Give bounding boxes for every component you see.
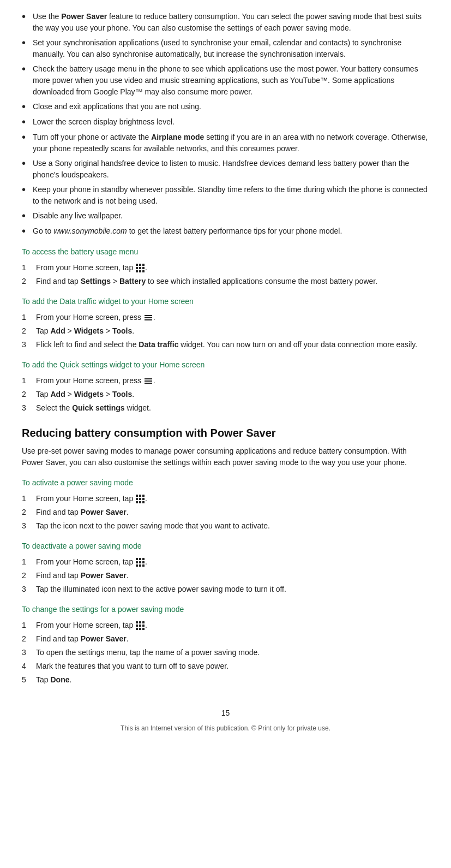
bullet-dot: • — [22, 130, 29, 144]
step-text: From your Home screen, tap . — [36, 556, 429, 568]
menu-icon — [145, 378, 152, 384]
list-item: 2Find and tap Power Saver. — [22, 507, 429, 518]
list-item: •Use a Sony original handsfree device to… — [22, 158, 429, 181]
bullet-dot: • — [22, 157, 29, 170]
big-section-intro: Use pre-set power saving modes to manage… — [22, 445, 429, 468]
grid-icon — [136, 621, 145, 630]
grid-icon — [136, 495, 145, 503]
section2-heading: To add the Data traffic widget to your H… — [22, 296, 429, 307]
step-number: 2 — [22, 276, 33, 287]
step-text: Find and tap Power Saver. — [36, 570, 429, 581]
section2-steps: 1From your Home screen, press .2Tap Add … — [22, 312, 429, 350]
step-number: 3 — [22, 520, 33, 532]
bullet-text: Turn off your phone or activate the Airp… — [33, 132, 429, 154]
list-item: •Lower the screen display brightness lev… — [22, 116, 429, 128]
section3-heading: To add the Quick settings widget to your… — [22, 359, 429, 371]
step-text: Tap the icon next to the power saving mo… — [36, 520, 429, 532]
list-item: 5Tap Done. — [22, 674, 429, 686]
list-item: 3To open the settings menu, tap the name… — [22, 647, 429, 658]
step-text: Tap Add > Widgets > Tools. — [36, 389, 429, 400]
bullet-text: Set your synchronisation applications (u… — [33, 37, 429, 60]
section5-steps: 1From your Home screen, tap .2Find and t… — [22, 556, 429, 595]
list-item: •Check the battery usage menu in the pho… — [22, 63, 429, 98]
step-number: 1 — [22, 556, 33, 568]
step-text: Find and tap Settings > Battery to see w… — [36, 276, 429, 287]
list-item: 1From your Home screen, tap . — [22, 556, 429, 568]
list-item: 1From your Home screen, tap . — [22, 493, 429, 504]
step-text: Tap Done. — [36, 674, 429, 686]
list-item: 2Find and tap Power Saver. — [22, 633, 429, 645]
bullet-text: Go to www.sonymobile.com to get the late… — [33, 225, 429, 237]
step-text: From your Home screen, tap . — [36, 262, 429, 274]
list-item: 4Mark the features that you want to turn… — [22, 661, 429, 672]
step-text: From your Home screen, tap . — [36, 620, 429, 631]
bullet-dot: • — [22, 209, 29, 222]
step-text: Select the Quick settings widget. — [36, 402, 429, 414]
bullet-dot: • — [22, 115, 29, 128]
list-item: 3Tap the icon next to the power saving m… — [22, 520, 429, 532]
step-number: 2 — [22, 507, 33, 518]
list-item: •Disable any live wallpaper. — [22, 210, 429, 222]
section5-heading: To deactivate a power saving mode — [22, 540, 429, 552]
list-item: •Close and exit applications that you ar… — [22, 101, 429, 113]
list-item: •Turn off your phone or activate the Air… — [22, 132, 429, 154]
bullet-text: Use a Sony original handsfree device to … — [33, 158, 429, 181]
bullet-text: Keep your phone in standby whenever poss… — [33, 184, 429, 207]
grid-icon — [136, 558, 145, 567]
step-number: 1 — [22, 493, 33, 504]
step-number: 5 — [22, 674, 33, 686]
step-number: 1 — [22, 620, 33, 631]
section4-steps: 1From your Home screen, tap .2Find and t… — [22, 493, 429, 532]
list-item: 2Find and tap Settings > Battery to see … — [22, 276, 429, 287]
section4-heading: To activate a power saving mode — [22, 477, 429, 489]
bullet-dot: • — [22, 183, 29, 196]
step-number: 1 — [22, 375, 33, 387]
bullet-text: Lower the screen display brightness leve… — [33, 116, 429, 128]
list-item: 3Select the Quick settings widget. — [22, 402, 429, 414]
step-number: 1 — [22, 262, 33, 274]
step-number: 3 — [22, 339, 33, 350]
step-number: 3 — [22, 402, 33, 414]
menu-icon — [145, 315, 152, 320]
section6-heading: To change the settings for a power savin… — [22, 604, 429, 615]
step-text: From your Home screen, tap . — [36, 493, 429, 504]
list-item: 1From your Home screen, press . — [22, 312, 429, 323]
bullet-list: •Use the Power Saver feature to reduce b… — [22, 11, 429, 237]
step-text: From your Home screen, press . — [36, 312, 429, 323]
list-item: 2Find and tap Power Saver. — [22, 570, 429, 581]
step-number: 3 — [22, 647, 33, 658]
step-number: 2 — [22, 633, 33, 645]
section3-steps: 1From your Home screen, press .2Tap Add … — [22, 375, 429, 414]
step-number: 2 — [22, 389, 33, 400]
page-number: 15 — [22, 708, 429, 719]
step-number: 2 — [22, 570, 33, 581]
section1-steps: 1From your Home screen, tap .2Find and t… — [22, 262, 429, 287]
step-text: Find and tap Power Saver. — [36, 507, 429, 518]
grid-icon — [136, 264, 145, 272]
bullet-dot: • — [22, 10, 29, 23]
section1-heading: To access the battery usage menu — [22, 246, 429, 258]
bullet-dot: • — [22, 100, 29, 113]
list-item: 3Flick left to find and select the Data … — [22, 339, 429, 350]
bullet-text: Use the Power Saver feature to reduce ba… — [33, 11, 429, 34]
list-item: •Set your synchronisation applications (… — [22, 37, 429, 60]
footer-text: This is an Internet version of this publ… — [22, 723, 429, 733]
list-item: •Keep your phone in standby whenever pos… — [22, 184, 429, 207]
bullet-text: Close and exit applications that you are… — [33, 101, 429, 112]
list-item: 2Tap Add > Widgets > Tools. — [22, 325, 429, 337]
list-item: 1From your Home screen, tap . — [22, 620, 429, 631]
section6-steps: 1From your Home screen, tap .2Find and t… — [22, 620, 429, 686]
step-text: Mark the features that you want to turn … — [36, 661, 429, 672]
bullet-text: Disable any live wallpaper. — [33, 210, 429, 222]
list-item: 3Tap the illuminated icon next to the ac… — [22, 584, 429, 595]
step-text: Find and tap Power Saver. — [36, 633, 429, 645]
step-text: Flick left to find and select the Data t… — [36, 339, 429, 350]
big-section-heading: Reducing battery consumption with Power … — [22, 425, 429, 441]
step-number: 1 — [22, 312, 33, 323]
list-item: •Use the Power Saver feature to reduce b… — [22, 11, 429, 34]
bullet-dot: • — [22, 36, 29, 49]
list-item: 1From your Home screen, tap . — [22, 262, 429, 274]
step-number: 2 — [22, 325, 33, 337]
list-item: 1From your Home screen, press . — [22, 375, 429, 387]
step-text: Tap the illuminated icon next to the act… — [36, 584, 429, 595]
